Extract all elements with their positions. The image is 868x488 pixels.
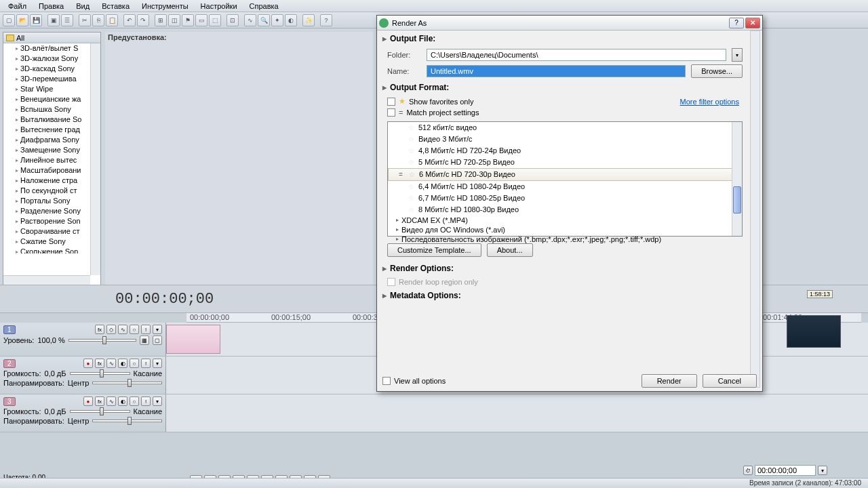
tree-item[interactable]: 3D-влёт/вылет S (3, 43, 100, 54)
clip-thumbnail[interactable] (787, 315, 841, 348)
pan-slider[interactable] (92, 382, 162, 384)
track-mute-icon[interactable]: ○ (130, 325, 139, 334)
track-automation-icon[interactable]: ∿ (106, 396, 116, 406)
preset-item[interactable]: ☆6,7 Мбит/с HD 1080-25p Видео (388, 192, 742, 204)
tc-drop-icon[interactable]: ▾ (818, 466, 827, 475)
preset-list-scrollbar[interactable] (732, 122, 742, 236)
track-bypass-icon[interactable]: ◇ (106, 325, 116, 334)
tool2-icon[interactable]: ✦ (271, 14, 283, 26)
snap-icon[interactable]: ⊞ (155, 14, 167, 26)
track-more-icon[interactable]: ▾ (153, 396, 162, 406)
folder-dropdown-icon[interactable]: ▾ (732, 48, 743, 62)
name-field[interactable] (427, 65, 686, 77)
about-button[interactable]: About... (487, 243, 533, 257)
tree-item[interactable]: 3D-каскад Sony (3, 64, 100, 74)
menu-file[interactable]: Файл (3, 1, 32, 10)
show-favorites-checkbox[interactable] (387, 98, 395, 106)
preset-category[interactable]: XDCAM EX (*.MP4) (388, 216, 742, 225)
tree-item[interactable]: Выталкивание So (3, 115, 100, 125)
tree-item[interactable]: Растворение Son (3, 216, 100, 226)
track-more-icon[interactable]: ▾ (153, 359, 162, 368)
tree-item[interactable]: Сжатие Sony (3, 237, 100, 247)
tree-hscrollbar[interactable] (3, 275, 90, 285)
menu-tools[interactable]: Инструменты (136, 1, 194, 10)
paste-icon[interactable]: 📋 (106, 14, 118, 26)
browse-button[interactable]: Browse... (691, 64, 743, 78)
track-solo-icon[interactable]: ! (141, 396, 151, 406)
render-options-section[interactable]: Render Options: (380, 260, 749, 277)
redo-icon[interactable]: ↷ (137, 14, 149, 26)
tree-item[interactable]: Замещение Sony (3, 145, 100, 155)
phase-icon[interactable]: ◐ (118, 359, 127, 368)
preset-item[interactable]: ☆4,8 Мбит/с HD 720-24p Видео (388, 145, 742, 157)
output-format-section[interactable]: Output Format: (380, 79, 749, 96)
tree-item[interactable]: Вспышка Sony (3, 104, 100, 115)
track-fx-icon[interactable]: fx (95, 325, 104, 334)
track-more-icon[interactable]: ▾ (153, 325, 162, 334)
preset-category[interactable]: Последовательность изображений (*.bmp;*.… (388, 235, 742, 244)
tree-item[interactable]: Star Wipe (3, 84, 100, 94)
tree-item[interactable]: Диафрагма Sony (3, 135, 100, 145)
metadata-options-section[interactable]: Metadata Options: (380, 287, 749, 304)
tree-item[interactable]: Масштабировани (3, 165, 100, 176)
pan-slider[interactable] (92, 420, 162, 422)
preset-category[interactable]: Видео для ОС Windows (*.avi) (388, 225, 742, 235)
view-all-checkbox[interactable] (382, 377, 391, 385)
marker-icon[interactable]: ⚑ (182, 14, 194, 26)
tree-item[interactable]: Вытеснение град (3, 125, 100, 135)
tc-icon[interactable]: ⏱ (743, 466, 753, 475)
track-automation-icon[interactable]: ∿ (106, 359, 116, 368)
tree-item[interactable]: 3D-жалюзи Sony (3, 54, 100, 64)
volume-slider[interactable] (70, 372, 130, 375)
help-button[interactable]: ? (729, 18, 744, 28)
more-filter-link[interactable]: More filter options (680, 98, 739, 106)
open-icon[interactable]: 📂 (16, 14, 28, 26)
parent-icon[interactable]: ▢ (153, 336, 162, 345)
tree-item[interactable]: Разделение Sony (3, 206, 100, 216)
record-arm-icon[interactable]: ● (83, 396, 93, 406)
save-icon[interactable]: 💾 (30, 14, 42, 26)
close-button[interactable]: ✕ (745, 18, 760, 28)
menu-view[interactable]: Вид (71, 1, 95, 10)
track-mute-icon[interactable]: ○ (130, 359, 139, 368)
cut-icon[interactable]: ✂ (79, 14, 91, 26)
position-field[interactable] (755, 465, 816, 476)
tree-item[interactable]: По секундной ст (3, 186, 100, 196)
track-solo-icon[interactable]: ! (141, 359, 151, 368)
zoom-icon[interactable]: 🔍 (258, 14, 270, 26)
video-track-header[interactable]: 1 fx ◇ ∿ ○ ! ▾ Уровень: 100,0 % ▦ ▢ (0, 323, 166, 356)
preset-item-selected[interactable]: =☆6 Мбит/с HD 720-30p Видео (388, 168, 742, 181)
video-clip[interactable] (166, 325, 220, 354)
menu-settings[interactable]: Настройки (195, 1, 243, 10)
match-project-checkbox[interactable] (387, 108, 395, 117)
fx-icon[interactable]: ✨ (302, 14, 315, 26)
preset-item[interactable]: ☆5 Мбит/с HD 720-25p Видео (388, 157, 742, 168)
customize-template-button[interactable]: Customize Template... (387, 243, 481, 257)
composite-icon[interactable]: ▦ (140, 336, 149, 345)
preset-item[interactable]: ☆Видео 3 Мбит/с (388, 134, 742, 145)
menu-edit[interactable]: Правка (33, 1, 69, 10)
render-button[interactable]: Render (642, 374, 697, 388)
volume-slider[interactable] (70, 410, 130, 413)
preset-item[interactable]: ☆512 кбит/с видео (388, 122, 742, 134)
audio-track-2-header[interactable]: 3 ● fx ∿ ◐ ○ ! ▾ Громкость: 0,0 дБ Касан… (0, 394, 166, 432)
automation-mode[interactable]: Касание (134, 369, 162, 378)
ripple-icon[interactable]: ◫ (168, 14, 180, 26)
menu-insert[interactable]: Вставка (96, 1, 135, 10)
cancel-button[interactable]: Cancel (703, 374, 757, 388)
render-icon[interactable]: ▣ (47, 14, 60, 26)
tool-icon[interactable]: ⊡ (226, 14, 239, 26)
dialog-scrollbar[interactable] (750, 30, 760, 388)
track-automation-icon[interactable]: ∿ (118, 325, 127, 334)
track-mute-icon[interactable]: ○ (130, 396, 139, 406)
tree-item[interactable]: Порталы Sony (3, 196, 100, 206)
track-fx-icon[interactable]: fx (95, 396, 104, 406)
undo-icon[interactable]: ↶ (123, 14, 136, 26)
audio-track-1-header[interactable]: 2 ● fx ∿ ◐ ○ ! ▾ Громкость: 0,0 дБ Касан… (0, 357, 166, 394)
tree-item[interactable]: Наложение стра (3, 176, 100, 186)
level-slider[interactable] (68, 339, 136, 342)
dialog-titlebar[interactable]: Render As ? ✕ (377, 16, 762, 30)
tree-item[interactable]: Линейное вытес (3, 155, 100, 165)
new-project-icon[interactable]: ▢ (3, 14, 15, 26)
selection-tool-icon[interactable]: ⬚ (209, 14, 221, 26)
